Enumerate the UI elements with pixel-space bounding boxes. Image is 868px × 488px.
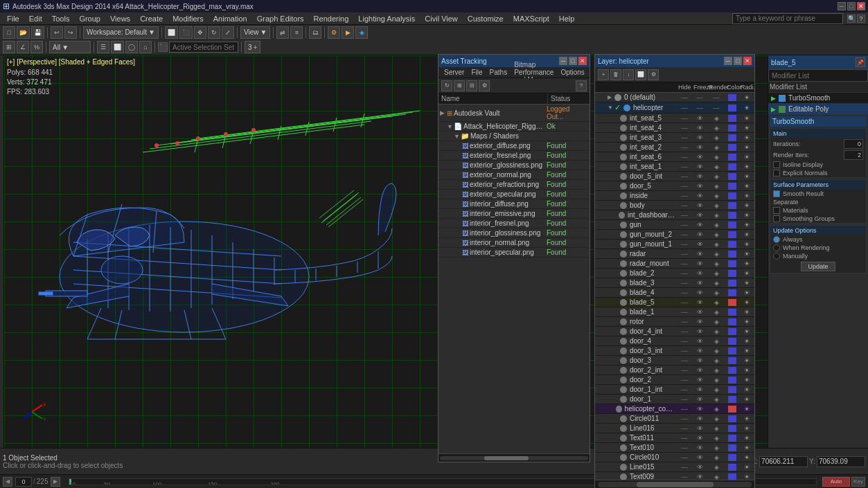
menu-maxscript[interactable]: MAXScript: [509, 14, 553, 24]
list-item[interactable]: 🖼 exterior_refraction.png Found: [439, 180, 590, 190]
layer-row[interactable]: blade_5 — 👁 ◈ ☀: [595, 298, 754, 307]
layer-color-cell[interactable]: [725, 260, 739, 267]
layer-row[interactable]: blade_3 — 👁 ◈ ☀: [595, 278, 754, 288]
render-setup-button[interactable]: ⚙: [328, 26, 340, 39]
materials-checkbox[interactable]: [773, 207, 780, 214]
layer-color-cell[interactable]: [725, 241, 739, 248]
smooth-checkbox[interactable]: [773, 190, 780, 197]
select-objects-icon[interactable]: ⬜: [635, 69, 646, 80]
layer-color-cell[interactable]: [725, 222, 739, 228]
always-radio[interactable]: [773, 236, 780, 243]
layer-color-cell[interactable]: [725, 309, 739, 316]
select-button[interactable]: ⬜: [165, 26, 178, 39]
list-item[interactable]: 🖼 exterior_specular.png Found: [439, 190, 590, 199]
layer-row[interactable]: radar_mount — 👁 ◈ ☀: [595, 259, 754, 269]
layer-row[interactable]: radar — 👁 ◈ ☀: [595, 249, 754, 259]
view-dropdown[interactable]: View▼: [240, 26, 270, 39]
layer-row[interactable]: door_2_int — 👁 ◈ ☀: [595, 365, 754, 375]
menu-paths[interactable]: Paths: [487, 69, 511, 76]
scrollbar-thumb[interactable]: [484, 456, 529, 460]
layer-row[interactable]: int_seat_4 — 👁 ◈ ☀: [595, 123, 754, 133]
layer-color-cell[interactable]: [725, 94, 739, 101]
list-item[interactable]: 🖼 exterior_normal.png Found: [439, 170, 590, 180]
layer-color-cell[interactable]: [725, 163, 739, 170]
layer-color-cell[interactable]: [725, 251, 739, 257]
list-item[interactable]: ▶ ⊞ Autodesk Vault Logged Out...: [439, 105, 590, 122]
menu-file[interactable]: File: [468, 69, 485, 76]
new-layer-icon[interactable]: +: [598, 69, 609, 80]
list-item[interactable]: 🖼 interior_normal.png Found: [439, 238, 590, 248]
menu-graph-editors[interactable]: Graph Editors: [253, 14, 308, 24]
layer-color-cell[interactable]: [725, 318, 739, 325]
menu-file[interactable]: File: [3, 14, 24, 24]
list-item[interactable]: 🖼 interior_diffuse.png Found: [439, 199, 590, 209]
layer-row[interactable]: Circle011 — 👁 ◈ ☀: [595, 414, 754, 424]
render-iters-input[interactable]: [844, 150, 863, 160]
redo-button[interactable]: ↪: [64, 26, 77, 39]
menu-create[interactable]: Create: [136, 14, 167, 24]
layer-color-cell[interactable]: [725, 125, 739, 132]
keyword-search-input[interactable]: [732, 13, 843, 24]
layer-color-cell[interactable]: [725, 289, 739, 296]
angle-snap[interactable]: ∠: [17, 41, 29, 53]
layer-button[interactable]: 🗂: [309, 26, 321, 39]
material-editor-button[interactable]: ◈: [355, 26, 368, 39]
layer-row[interactable]: blade_2 — 👁 ◈ ☀: [595, 269, 754, 278]
layer-row[interactable]: door_2 — 👁 ◈ ☀: [595, 375, 754, 385]
timeline-prev[interactable]: ◀: [3, 477, 12, 487]
layer-row[interactable]: rotor — 👁 ◈ ☀: [595, 317, 754, 327]
menu-rendering[interactable]: Rendering: [310, 14, 353, 24]
menu-edit[interactable]: Edit: [25, 14, 46, 24]
help-icon[interactable]: ?: [857, 15, 865, 23]
layer-row[interactable]: door_1 — 👁 ◈ ☀: [595, 395, 754, 404]
list-item[interactable]: 🖼 interior_specular.png Found: [439, 248, 590, 257]
render-button[interactable]: ▶: [342, 26, 354, 39]
layer-row[interactable]: door_4_int — 👁 ◈ ☀: [595, 327, 754, 336]
layer-color-cell[interactable]: [725, 386, 739, 393]
layer-color-cell[interactable]: [725, 134, 739, 141]
layer-row[interactable]: int_seat_3 — 👁 ◈ ☀: [595, 133, 754, 143]
fence-select[interactable]: ⌂: [139, 41, 152, 53]
rotate-button[interactable]: ↻: [208, 26, 220, 39]
update-button[interactable]: Update: [801, 262, 835, 271]
explicit-checkbox[interactable]: [773, 170, 780, 177]
rect-select[interactable]: ⬜: [111, 41, 124, 53]
layer-color-cell[interactable]: [725, 377, 739, 383]
layer-color-cell[interactable]: [725, 231, 739, 238]
restore-button[interactable]: □: [847, 2, 856, 10]
menu-tools[interactable]: Tools: [48, 14, 74, 24]
minimize-button[interactable]: ─: [838, 2, 846, 10]
isoline-checkbox[interactable]: [773, 161, 780, 168]
menu-group[interactable]: Group: [75, 14, 105, 24]
close-button[interactable]: ✕: [857, 2, 865, 10]
rendering-radio[interactable]: [773, 244, 780, 251]
layer-color-cell[interactable]: [725, 464, 739, 471]
layer-color-cell[interactable]: [725, 435, 739, 442]
layer-color-cell[interactable]: [725, 202, 739, 209]
layer-color-cell[interactable]: [725, 144, 739, 151]
coord-x-input[interactable]: [759, 456, 808, 467]
layer-row[interactable]: int_seat_6 — 👁 ◈ ☀: [595, 152, 754, 162]
asset-close-button[interactable]: ✕: [578, 57, 587, 65]
layer-settings-icon[interactable]: ⚙: [648, 69, 659, 80]
set-key-button[interactable]: Key: [851, 477, 865, 487]
layer-color-cell[interactable]: [725, 173, 739, 180]
selection-set-input[interactable]: [169, 42, 238, 53]
layer-color-cell[interactable]: [725, 299, 739, 306]
layer-row[interactable]: door_4 — 👁 ◈ ☀: [595, 336, 754, 346]
menu-animation[interactable]: Animation: [209, 14, 251, 24]
asset-scrollbar[interactable]: [439, 453, 590, 462]
layer-color-cell[interactable]: [725, 192, 739, 199]
layer-color-cell[interactable]: [725, 357, 739, 364]
layer-color-cell[interactable]: [725, 115, 739, 122]
layer-row[interactable]: blade_1 — 👁 ◈ ☀: [595, 307, 754, 317]
list-item[interactable]: 🖼 exterior_glossiness.png Found: [439, 161, 590, 170]
layer-row[interactable]: int_seat_1 — 👁 ◈ ☀: [595, 162, 754, 172]
open-button[interactable]: 📂: [17, 26, 30, 39]
help-icon[interactable]: ?: [576, 80, 587, 91]
layer-color-cell[interactable]: [725, 454, 739, 461]
modifier-list-search[interactable]: [768, 69, 868, 82]
align-button[interactable]: ≡: [290, 26, 303, 39]
stack-pin-icon[interactable]: 📌: [856, 57, 865, 67]
layer-table[interactable]: Hide Freeze Render Color Radi... ▶ 0 (de…: [595, 82, 754, 480]
